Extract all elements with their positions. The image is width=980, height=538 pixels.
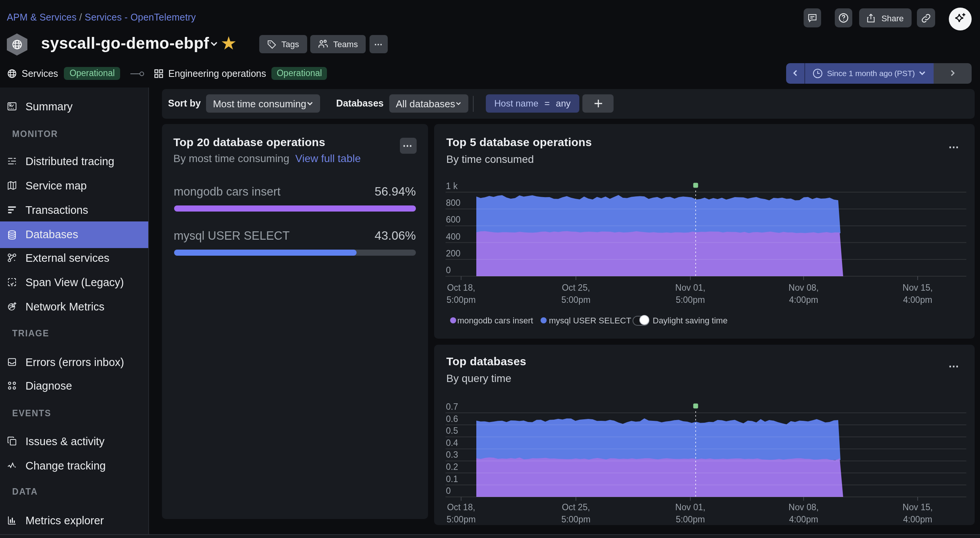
svg-text:Oct 18,: Oct 18, [447,283,475,292]
svg-text:0.2: 0.2 [446,461,458,471]
svg-text:Nov 08,: Nov 08, [788,283,818,292]
svg-text:5:00pm: 5:00pm [562,514,591,524]
svg-text:0.5: 0.5 [446,425,458,435]
svg-text:Nov 01,: Nov 01, [675,283,705,292]
svg-text:4:00pm: 4:00pm [789,295,818,305]
svg-text:Oct 25,: Oct 25, [562,502,590,512]
svg-text:0.3: 0.3 [446,449,458,459]
svg-text:200: 200 [446,249,460,259]
svg-text:Oct 18,: Oct 18, [447,502,475,512]
svg-text:Nov 15,: Nov 15, [902,502,932,512]
svg-text:4:00pm: 4:00pm [903,514,932,524]
svg-text:4:00pm: 4:00pm [789,514,818,524]
svg-text:Nov 01,: Nov 01, [675,502,705,512]
svg-text:400: 400 [446,232,460,242]
svg-text:0.1: 0.1 [446,474,458,484]
svg-text:4:00pm: 4:00pm [903,295,932,305]
svg-text:0: 0 [446,265,451,275]
svg-text:0.6: 0.6 [446,413,458,423]
svg-text:Nov 15,: Nov 15, [902,283,932,292]
svg-text:1 k: 1 k [446,181,458,191]
svg-text:0.7: 0.7 [446,401,458,411]
svg-text:0.4: 0.4 [446,437,458,447]
svg-text:600: 600 [446,215,460,225]
svg-text:0: 0 [446,485,451,495]
svg-text:Nov 08,: Nov 08, [788,502,818,512]
svg-text:800: 800 [446,198,460,208]
svg-text:5:00pm: 5:00pm [562,295,591,305]
svg-text:5:00pm: 5:00pm [447,295,476,305]
svg-text:5:00pm: 5:00pm [447,514,476,524]
svg-text:Oct 25,: Oct 25, [562,283,590,292]
svg-text:5:00pm: 5:00pm [676,514,705,524]
svg-text:5:00pm: 5:00pm [676,295,705,305]
